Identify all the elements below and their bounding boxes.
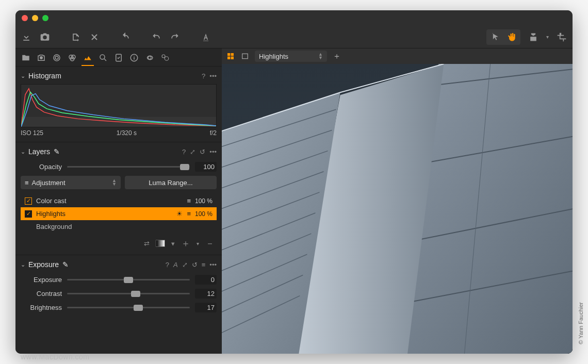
layer-name: Color cast	[36, 197, 67, 205]
brightness-label: Brightness	[21, 304, 62, 311]
sliders-icon: ≡	[187, 210, 191, 218]
capture-tab-icon[interactable]	[36, 53, 46, 63]
iso-label: ISO 125	[21, 129, 43, 137]
contrast-value[interactable]: 12	[195, 289, 217, 299]
metadata-tab-icon[interactable]	[129, 53, 139, 63]
svg-point-2	[55, 56, 58, 59]
brightness-value[interactable]: 17	[195, 303, 217, 312]
chevron-down-icon[interactable]: ⌄	[21, 261, 25, 268]
luma-range-button[interactable]: Luma Range...	[125, 176, 217, 189]
more-icon[interactable]: •••	[209, 148, 217, 156]
histogram-title: Histogram	[28, 72, 61, 80]
color-tab-icon[interactable]	[67, 53, 77, 63]
exposure-label: Exposure	[21, 276, 62, 284]
add-layer-button[interactable]: ＋	[181, 237, 190, 250]
svg-point-6	[100, 55, 105, 59]
watermark: www.MacDown.com	[21, 353, 90, 361]
viewer-canvas[interactable]	[222, 64, 573, 354]
chevron-down-icon[interactable]: ⌄	[21, 148, 25, 155]
contrast-slider[interactable]	[67, 290, 190, 298]
contrast-label: Contrast	[21, 290, 62, 297]
svg-point-10	[165, 57, 169, 61]
checkbox-icon[interactable]: ✓	[25, 210, 32, 218]
brightness-slider[interactable]	[67, 304, 190, 312]
layer-type-select[interactable]: ≡Adjustment ▲▼	[21, 176, 121, 189]
checkbox-icon[interactable]: ✓	[25, 197, 32, 205]
undo-all-icon[interactable]	[120, 31, 131, 43]
layer-item-color-cast[interactable]: ✓ Color cast ≡ 100 %	[21, 194, 217, 207]
help-icon[interactable]: ?	[166, 261, 169, 269]
layer-opacity: 100 %	[195, 210, 213, 218]
library-tab-icon[interactable]	[21, 53, 31, 63]
pointer-icon[interactable]	[489, 31, 501, 43]
opacity-label: Opacity	[21, 163, 62, 171]
viewer-toolbar: Highlights ▲▼ ＋	[222, 48, 573, 64]
photo-credit: © Yann Fauchier	[578, 302, 584, 344]
chevron-down-icon[interactable]: ⌄	[21, 73, 25, 79]
opacity-slider[interactable]	[67, 163, 190, 171]
aperture-label: f/2	[210, 129, 217, 137]
exposure-tab-icon[interactable]	[83, 53, 93, 63]
image-viewer: Highlights ▲▼ ＋	[222, 48, 573, 354]
more-icon[interactable]: •••	[209, 72, 217, 80]
help-icon[interactable]: ?	[202, 72, 205, 80]
undo-icon[interactable]	[151, 31, 162, 43]
tools-sidebar: ⌄ Histogram ? •••	[15, 48, 222, 354]
expand-icon[interactable]: ⤢	[182, 261, 188, 269]
content-area: ⌄ Histogram ? •••	[15, 48, 573, 354]
single-view-icon[interactable]	[240, 52, 250, 61]
redo-icon[interactable]	[169, 31, 181, 43]
lens-tab-icon[interactable]	[52, 53, 62, 63]
svg-rect-13	[227, 53, 230, 56]
proof-profile-select[interactable]: Highlights ▲▼	[255, 51, 327, 62]
reset-icon[interactable]: ↺	[200, 148, 205, 156]
minimize-window-button[interactable]	[32, 15, 38, 21]
auto-icon[interactable]: A	[173, 261, 178, 269]
reset-icon[interactable]: ↺	[192, 261, 198, 269]
brush-icon[interactable]: ✎	[62, 261, 69, 268]
list-icon[interactable]: ≡	[202, 261, 206, 269]
layer-list: ✓ Color cast ≡ 100 % ✓ Highlights ☀ ≡ 10…	[21, 194, 217, 233]
svg-point-0	[40, 56, 43, 59]
add-variant-icon[interactable]: ＋	[332, 52, 341, 61]
exposure-title: Exposure	[28, 260, 59, 269]
annotate-icon[interactable]	[200, 31, 211, 43]
layers-title: Layers	[28, 147, 50, 156]
close-window-button[interactable]	[22, 15, 28, 21]
export-icon[interactable]	[70, 31, 81, 43]
more-icon[interactable]: •••	[209, 261, 217, 269]
exposure-slider[interactable]	[67, 276, 190, 284]
fill-icon[interactable]	[528, 31, 539, 43]
help-icon[interactable]: ?	[182, 148, 186, 156]
import-icon[interactable]	[21, 31, 32, 43]
remove-layer-button[interactable]: －	[205, 237, 215, 250]
layer-item-background[interactable]: Background	[21, 220, 217, 233]
layer-item-highlights[interactable]: ✓ Highlights ☀ ≡ 100 %	[21, 207, 217, 220]
luma-range-label: Luma Range...	[149, 179, 192, 187]
hand-icon[interactable]	[506, 31, 517, 43]
copy-mask-icon[interactable]: ⇄	[144, 240, 150, 247]
layer-name: Highlights	[36, 210, 66, 218]
brush-icon[interactable]: ✎	[53, 148, 60, 155]
zoom-window-button[interactable]	[42, 15, 48, 21]
details-tab-icon[interactable]	[98, 53, 108, 63]
main-toolbar: ▾	[15, 26, 573, 48]
exposure-value[interactable]: 0	[195, 275, 217, 285]
opacity-value[interactable]: 100	[195, 162, 217, 172]
layers-panel: ⌄ Layers ✎ ? ⤢ ↺ ••• Opacity	[15, 142, 222, 255]
adjustments-tab-icon[interactable]	[113, 53, 124, 63]
layer-type-label: Adjustment	[32, 179, 66, 187]
svg-rect-16	[231, 57, 234, 59]
cancel-icon[interactable]	[89, 31, 100, 43]
gradient-icon[interactable]	[156, 240, 165, 247]
crop-icon[interactable]	[556, 31, 567, 43]
sun-icon: ☀	[176, 210, 183, 218]
layer-name: Background	[36, 223, 72, 230]
settings-tab-icon[interactable]	[144, 53, 155, 63]
expand-icon[interactable]: ⤢	[190, 148, 195, 156]
app-window: ▾ ⌄	[15, 10, 573, 354]
titlebar	[15, 10, 573, 26]
grid-view-icon[interactable]	[226, 52, 235, 61]
batch-tab-icon[interactable]	[160, 53, 170, 63]
camera-icon[interactable]	[39, 31, 51, 43]
